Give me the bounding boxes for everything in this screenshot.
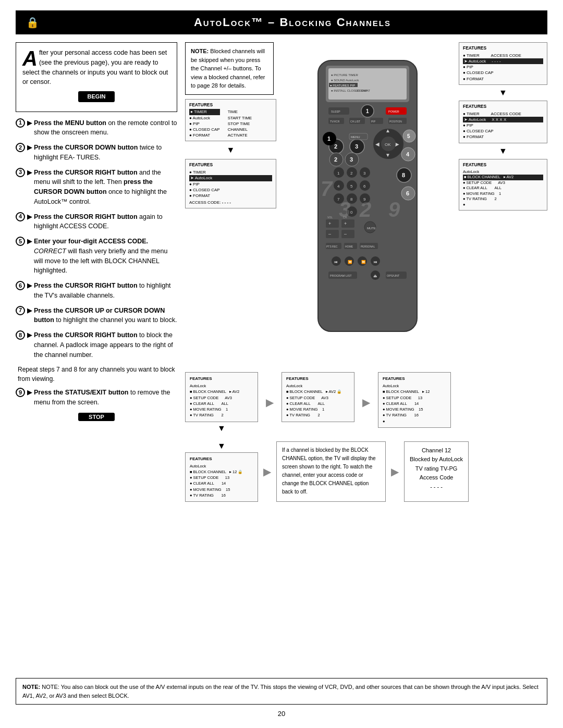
step-9-content: Press the STATUS/EXIT button to remove t…	[34, 388, 177, 408]
step-5-content: Enter your four-digit ACCESS CODE. CORRE…	[34, 237, 177, 276]
header: 🔒 AutoLock™ – Blocking Channels	[16, 10, 547, 34]
svg-rect-66	[341, 230, 354, 238]
svg-text:⏏: ⏏	[373, 274, 377, 278]
panel-timer: FEATURES ● TIMER ● AutoLock ● PIP ● CLOS…	[185, 99, 276, 142]
step-6-circle: 6	[16, 281, 25, 290]
svg-text:1: 1	[337, 171, 340, 176]
svg-text:HOME: HOME	[345, 245, 353, 248]
svg-text:3: 3	[339, 198, 350, 221]
step-1-circle: 1	[16, 118, 25, 128]
step-6: 6 ▶ Press the CURSOR RIGHT button to hig…	[16, 281, 177, 301]
step-8-num: 8 ▶	[16, 330, 32, 340]
svg-text:MUTE: MUTE	[367, 227, 376, 230]
bottom-panel-locked-final: FEATURES AutoLock ■ BLOCK CHANNEL ▸ 12 🔒…	[185, 452, 258, 502]
remote-area: NOTE: Blocked channels will be skipped w…	[185, 42, 547, 365]
step-5-num: 5 ▶	[16, 237, 32, 246]
step-7-num: 7 ▶	[16, 306, 32, 315]
stop-badge: STOP	[78, 413, 115, 421]
svg-text:9: 9	[388, 198, 400, 221]
step-2-content: Press the CURSOR DOWN button twice to hi…	[34, 143, 177, 163]
bottom-panel-locked-b: FEATURES AutoLock ■ BLOCK CHANNEL ▸ AV2 …	[282, 372, 354, 422]
svg-rect-60	[326, 219, 339, 228]
svg-text:3: 3	[350, 156, 353, 163]
step-9: 9 ▶ Press the STATUS/EXIT button to remo…	[16, 388, 177, 408]
channel-blocked-line3: TV rating TV-PG	[410, 464, 463, 474]
footer-note-label: NOTE:	[22, 684, 40, 690]
page-number: 20	[16, 710, 547, 718]
page-title: AutoLock™ – Blocking Channels	[48, 16, 537, 29]
svg-text:TV/VCR: TV/VCR	[330, 120, 340, 123]
svg-text:POWER: POWER	[388, 110, 399, 113]
right-column: NOTE: Blocked channels will be skipped w…	[185, 42, 547, 672]
channel-blocked-display: Channel 12 Blocked by AutoLock TV rating…	[404, 441, 469, 502]
svg-text:2: 2	[359, 198, 371, 221]
svg-text:6: 6	[406, 190, 409, 196]
remote-svg: ● PICTURE TIMER ● SOUND AutoLock ● FEATU…	[308, 55, 427, 352]
svg-text:5: 5	[407, 133, 410, 139]
step-9-circle: 9	[16, 388, 25, 397]
step-5-circle: 5	[16, 237, 25, 246]
step-6-content: Press the CURSOR RIGHT button to highlig…	[34, 281, 177, 301]
panel-access-code: FEATURES ● TIMER ACCESS CODE ➤ AutoLock …	[459, 101, 547, 143]
repeat-text: Repeat steps 7 and 8 for any channels yo…	[16, 365, 177, 384]
step-7-content: Press the CURSOR UP or CURSOR DOWN butto…	[34, 306, 177, 326]
svg-text:2: 2	[334, 156, 337, 163]
begin-badge: BEGIN	[78, 91, 115, 102]
step-6-num: 6 ▶	[16, 281, 32, 290]
svg-text:8: 8	[350, 197, 353, 202]
channel-blocked-line5: - - - -	[410, 483, 463, 492]
left-column: A fter your personal access code has bee…	[16, 42, 177, 672]
bottom-panel-channels: FEATURES AutoLock ■ BLOCK CHANNEL ▸ 12 ●…	[378, 372, 451, 428]
arrow-down-2: ▼	[459, 88, 547, 97]
svg-text:+: +	[328, 221, 331, 226]
arrow-right-4: ▶	[391, 465, 399, 478]
step-4-num: 4 ▶	[16, 212, 32, 221]
svg-text:3: 3	[363, 171, 366, 176]
svg-text:▼: ▼	[385, 152, 390, 158]
arrow-down-bottom: ▼	[217, 424, 226, 433]
svg-text:SLEEP: SLEEP	[331, 110, 340, 113]
step-3-circle: 3	[16, 168, 25, 177]
step-8: 8 ▶ Press the CURSOR RIGHT button to blo…	[16, 330, 177, 360]
svg-text:FORMAT: FORMAT	[357, 89, 370, 92]
svg-text:8: 8	[402, 172, 405, 178]
remote-center: ● PICTURE TIMER ● SOUND AutoLock ● FEATU…	[282, 42, 454, 365]
svg-text:POSITION: POSITION	[389, 120, 402, 123]
svg-text:1: 1	[327, 135, 331, 142]
step-2-num: 2 ▶	[16, 143, 32, 152]
svg-text:7: 7	[321, 177, 333, 200]
svg-text:⏪: ⏪	[348, 260, 352, 264]
svg-text:+: +	[344, 221, 347, 226]
svg-text:● PICTURE    TIMER: ● PICTURE TIMER	[331, 73, 359, 77]
step-2: 2 ▶ Press the CURSOR DOWN button twice t…	[16, 143, 177, 163]
intro-text: fter your personal access code has been …	[22, 49, 168, 85]
arrow-down-3: ▼	[459, 146, 547, 156]
svg-text:▶: ▶	[395, 141, 399, 147]
channel-blocked-line4: Access Code	[410, 473, 463, 483]
bottom-row-2: ▼ FEATURES AutoLock ■ BLOCK CHANNEL ▸ 12…	[185, 441, 547, 502]
note-box: NOTE: Blocked channels will be skipped w…	[185, 42, 274, 95]
svg-text:3: 3	[355, 143, 358, 150]
intro-box: A fter your personal access code has bee…	[16, 42, 177, 112]
arrow-right-1: ▶	[263, 396, 276, 409]
bottom-panels-area: FEATURES AutoLock ■ BLOCK CHANNEL ▸ AV2 …	[185, 372, 547, 433]
svg-text:⏭: ⏭	[374, 260, 377, 264]
svg-text:2: 2	[350, 171, 353, 176]
panel-autolock-2: FEATURES ● TIMER ACCESS CODE ➤ AutoLock …	[459, 42, 547, 85]
svg-text:OK: OK	[385, 142, 391, 147]
step-1-num: 1 ▶	[16, 118, 32, 128]
channel-blocked-line2: Blocked by AutoLock	[410, 455, 463, 464]
step-3: 3 ▶ Press the CURSOR RIGHT button and th…	[16, 168, 177, 207]
svg-text:6: 6	[363, 184, 366, 189]
step-8-circle: 8	[16, 330, 25, 340]
step-3-content: Press the CURSOR RIGHT button and the me…	[34, 168, 177, 207]
svg-text:2: 2	[334, 143, 337, 150]
svg-text:PIP: PIP	[371, 120, 376, 123]
footer-note: NOTE: NOTE: You also can block out the u…	[16, 678, 547, 705]
svg-text:◀: ◀	[375, 141, 380, 147]
svg-text:–: –	[328, 231, 331, 237]
step-8-content: Press the CURSOR RIGHT button to block t…	[34, 330, 177, 360]
svg-text:CH.LIST: CH.LIST	[350, 120, 360, 123]
arrow-down-1: ▼	[185, 145, 276, 155]
svg-text:● SOUND      AutoLock: ● SOUND AutoLock	[331, 79, 359, 82]
